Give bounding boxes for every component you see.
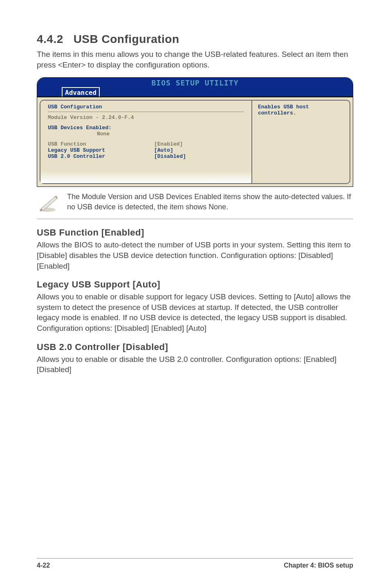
section-number: 4.4.2 (37, 33, 63, 45)
bios-devices-label: USB Devices Enabled: (48, 125, 244, 131)
page-number: 4-22 (37, 562, 50, 569)
bios-row-legacy-usb[interactable]: Legacy USB Support [Auto] (48, 147, 244, 153)
chapter-label: Chapter 4: BIOS setup (284, 562, 353, 569)
bios-help-pane: Enables USB host controllers. (251, 100, 350, 184)
bios-row-usb20[interactable]: USB 2.0 Controller [Disabled] (48, 153, 244, 159)
bios-row-label: Legacy USB Support (48, 147, 154, 153)
bios-row-value: [Disabled] (154, 153, 186, 159)
bios-tab-advanced[interactable]: Advanced (62, 87, 100, 97)
subsection-body: Allows the BIOS to auto-detect the numbe… (37, 240, 353, 271)
page-footer: 4-22 Chapter 4: BIOS setup (37, 558, 353, 569)
subsection-heading: USB 2.0 Controller [Disabled] (37, 342, 353, 352)
bios-row-value: [Enabled] (154, 141, 183, 147)
bios-config-title: USB Configuration (48, 104, 244, 110)
bios-devices-value: None (48, 131, 244, 137)
bios-title: BIOS SETUP UTILITY (37, 79, 353, 87)
note-icon (38, 193, 60, 213)
bios-left-pane: USB Configuration Module Version - 2.24.… (40, 100, 251, 184)
divider (48, 112, 244, 112)
bios-help-text: Enables USB host controllers. (258, 104, 344, 116)
bios-row-label: USB 2.0 Controller (48, 153, 154, 159)
section-heading: 4.4.2 USB Configuration (37, 33, 353, 46)
note-box: The Module Version and USB Devices Enabl… (37, 187, 353, 219)
bios-row-usb-function[interactable]: USB Function [Enabled] (48, 141, 244, 147)
intro-paragraph: The items in this menu allows you to cha… (37, 49, 353, 70)
subsection-body: Allows you to enable or disable support … (37, 292, 353, 334)
note-text: The Module Version and USB Devices Enabl… (67, 192, 353, 212)
bios-row-label: USB Function (48, 141, 154, 147)
subsection-heading: USB Function [Enabled] (37, 227, 353, 238)
bios-panel: BIOS SETUP UTILITY Advanced USB Configur… (37, 77, 353, 187)
subsection-body: Allows you to enable or disable the USB … (37, 354, 353, 375)
section-title: USB Configuration (74, 33, 179, 45)
bios-module-version: Module Version - 2.24.0-F.4 (48, 114, 244, 121)
subsection-heading: Legacy USB Support [Auto] (37, 279, 353, 290)
bios-row-value: [Auto] (154, 147, 173, 153)
